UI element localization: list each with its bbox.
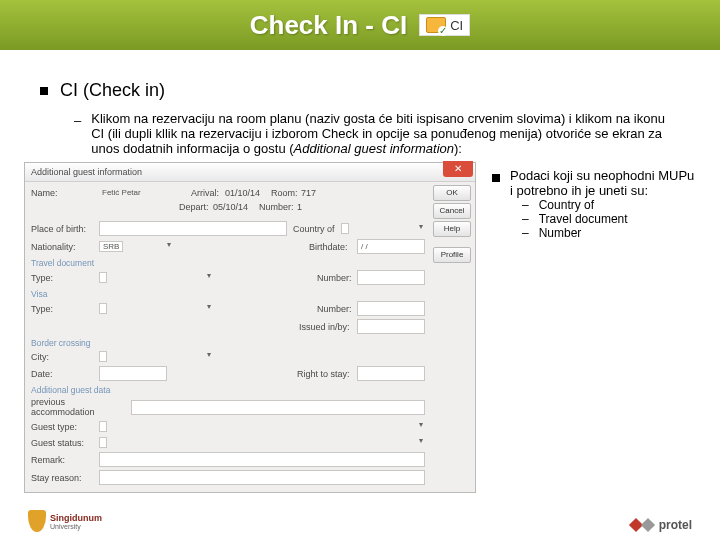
label-city: City:	[31, 352, 99, 362]
bullet-level1-text: CI (Check in)	[60, 80, 165, 101]
close-icon[interactable]: ✕	[443, 161, 473, 177]
section-travel-document: Travel document	[31, 258, 431, 268]
field-guest-status[interactable]	[99, 437, 107, 448]
checkin-folder-icon	[426, 17, 446, 33]
square-bullet-icon	[492, 174, 500, 182]
dialog-body: Name: Fetić Petar Arrival: 01/10/14 Room…	[25, 182, 475, 492]
value-name: Fetić Petar	[99, 186, 185, 199]
label-date: Date:	[31, 369, 99, 379]
dash-bullet-icon: –	[522, 198, 529, 212]
field-stay-reason[interactable]	[99, 470, 425, 485]
label-stay-reason: Stay reason:	[31, 473, 99, 483]
section-additional: Additional guest data	[31, 385, 431, 395]
info-sub-item: –Number	[522, 226, 696, 240]
field-td-type[interactable]	[99, 272, 107, 283]
label-depart: Depart:	[179, 202, 213, 212]
value-arrival: 01/10/14	[225, 188, 265, 198]
label-guest-status: Guest status:	[31, 438, 99, 448]
two-column-layout: Additional guest information ✕ OK Cancel…	[0, 162, 720, 493]
field-td-number[interactable]	[357, 270, 425, 285]
value-room: 717	[301, 188, 316, 198]
dialog-title-text: Additional guest information	[31, 167, 142, 177]
dialog-titlebar: Additional guest information ✕	[25, 163, 475, 182]
label-name: Name:	[31, 188, 99, 198]
slide-title: Check In - CI	[250, 10, 407, 41]
field-border-date[interactable]	[99, 366, 167, 381]
label-td-type: Type:	[31, 273, 99, 283]
label-right-to-stay: Right to stay:	[297, 369, 357, 379]
section-visa: Visa	[31, 289, 431, 299]
label-remark: Remark:	[31, 455, 99, 465]
field-issued[interactable]	[357, 319, 425, 334]
label-birthdate: Birthdate:	[309, 242, 357, 252]
field-visa-number[interactable]	[357, 301, 425, 316]
label-visa-type: Type:	[31, 304, 99, 314]
profile-button[interactable]: Profile	[433, 247, 471, 263]
label-prev-accommodation: previous accommodation	[31, 397, 131, 417]
bullet-level2-text: Klikom na rezervaciju na room planu (naz…	[91, 111, 680, 156]
additional-guest-info-dialog: Additional guest information ✕ OK Cancel…	[24, 162, 476, 493]
field-visa-type[interactable]	[99, 303, 107, 314]
field-nationality[interactable]: SRB	[99, 241, 123, 252]
label-number-top: Number:	[259, 202, 297, 212]
slide-footer: Singidunum University protel	[28, 510, 692, 532]
ci-badge-label: CI	[450, 18, 463, 33]
info-column: Podaci koji su neophodni MUPu i potrebno…	[492, 162, 696, 493]
label-visa-number: Number:	[317, 304, 357, 314]
help-button[interactable]: Help	[433, 221, 471, 237]
ok-button[interactable]: OK	[433, 185, 471, 201]
label-arrival: Arrival:	[191, 188, 225, 198]
slide-body: CI (Check in) – Klikom na rezervaciju na…	[0, 50, 720, 156]
field-right-to-stay[interactable]	[357, 366, 425, 381]
info-sub-item: –Country of	[522, 198, 696, 212]
diamond-icon	[641, 518, 655, 532]
field-birthdate[interactable]: / /	[357, 239, 425, 254]
field-city[interactable]	[99, 351, 107, 362]
bullet-level2: – Klikom na rezervaciju na room planu (n…	[74, 111, 680, 156]
shield-icon	[28, 510, 46, 532]
info-sub-item: –Travel document	[522, 212, 696, 226]
info-bullet: Podaci koji su neophodni MUPu i potrebno…	[492, 168, 696, 198]
ci-toolbar-button[interactable]: CI	[419, 14, 470, 36]
field-place-of-birth[interactable]	[99, 221, 287, 236]
dash-bullet-icon: –	[522, 226, 529, 240]
label-place-of-birth: Place of birth:	[31, 224, 99, 234]
info-lead-text: Podaci koji su neophodni MUPu i potrebno…	[510, 168, 696, 198]
section-border: Border crossing	[31, 338, 431, 348]
label-guest-type: Guest type:	[31, 422, 99, 432]
field-guest-type[interactable]	[99, 421, 107, 432]
label-room: Room:	[271, 188, 301, 198]
dash-bullet-icon: –	[522, 212, 529, 226]
label-nationality: Nationality:	[31, 242, 99, 252]
slide-title-bar: Check In - CI CI	[0, 0, 720, 50]
dialog-button-column: OK Cancel Help Profile	[433, 185, 471, 263]
dash-bullet-icon: –	[74, 113, 81, 156]
label-issued: Issued in/by:	[299, 322, 357, 332]
field-country-of[interactable]	[341, 223, 349, 234]
label-td-number: Number:	[317, 273, 357, 283]
bullet-level1: CI (Check in)	[40, 80, 680, 101]
square-bullet-icon	[40, 87, 48, 95]
value-number-top: 1	[297, 202, 302, 212]
singidunum-logo: Singidunum University	[28, 510, 102, 532]
field-prev-accommodation[interactable]	[131, 400, 425, 415]
cancel-button[interactable]: Cancel	[433, 203, 471, 219]
value-depart: 05/10/14	[213, 202, 253, 212]
protel-logo: protel	[631, 518, 692, 532]
label-country-of: Country of	[293, 224, 341, 234]
field-remark[interactable]	[99, 452, 425, 467]
